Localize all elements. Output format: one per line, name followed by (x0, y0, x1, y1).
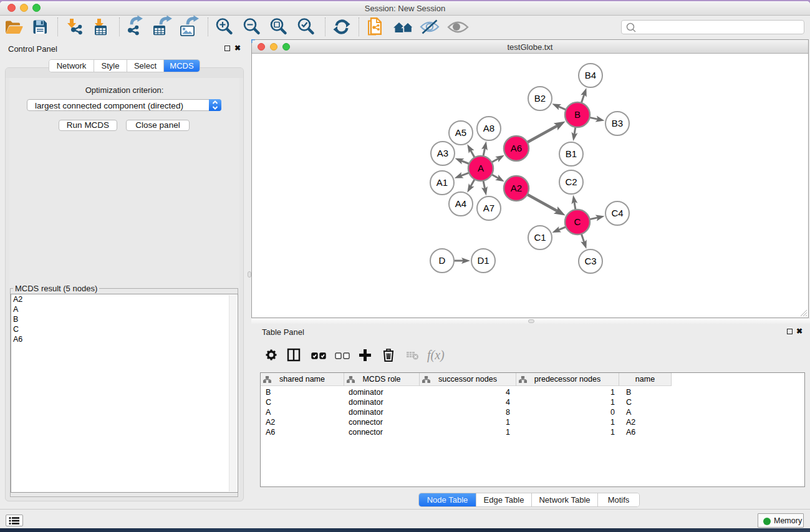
svg-text:C: C (574, 216, 581, 227)
svg-text:A4: A4 (455, 198, 466, 209)
svg-text:C3: C3 (584, 256, 596, 266)
svg-text:B3: B3 (612, 118, 623, 128)
svg-text:f(x): f(x) (427, 348, 445, 362)
svg-text:B2: B2 (534, 93, 546, 104)
svg-text:B4: B4 (585, 70, 596, 80)
svg-text:A3: A3 (437, 148, 448, 158)
svg-text:A7: A7 (483, 203, 494, 213)
svg-text:A6: A6 (511, 143, 522, 153)
svg-text:C1: C1 (534, 232, 546, 243)
svg-text:A2: A2 (511, 183, 522, 193)
svg-text:D: D (439, 255, 446, 266)
svg-text:D1: D1 (477, 255, 489, 266)
svg-text:A8: A8 (483, 123, 494, 133)
svg-text:A: A (478, 163, 484, 173)
svg-text:A5: A5 (455, 127, 466, 138)
svg-text:B1: B1 (566, 148, 577, 159)
svg-text:C2: C2 (565, 177, 577, 187)
svg-text:A1: A1 (436, 177, 448, 188)
svg-text:C4: C4 (611, 208, 623, 218)
svg-text:B: B (574, 109, 581, 120)
